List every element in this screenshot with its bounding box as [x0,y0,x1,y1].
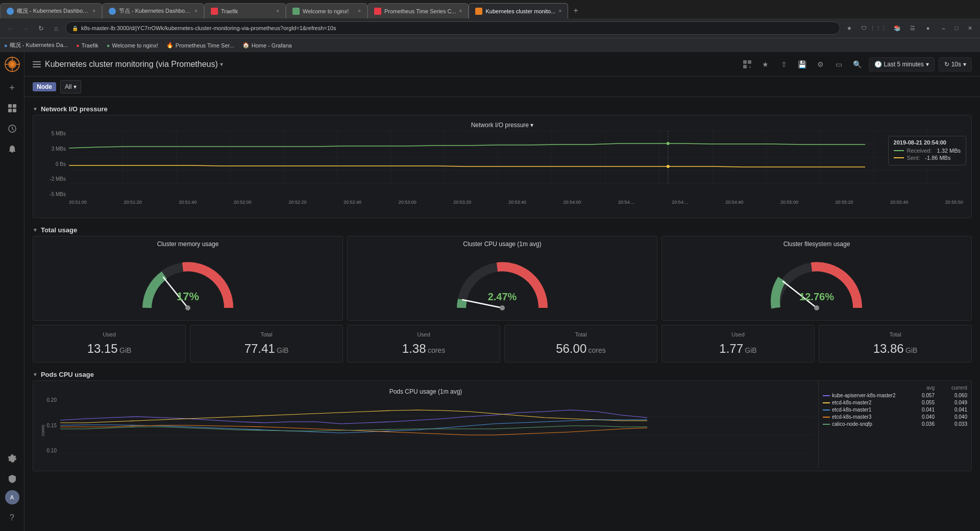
y-label-neg5mbs: -5 MBs [50,191,66,197]
tab-4-close[interactable]: × [358,8,361,14]
refresh-button[interactable]: ↻ 10s ▾ [939,57,972,71]
tooltip-sent-value: -1.86 MBs [925,155,950,161]
legend-row-4[interactable]: calico-node-snqfp 0.036 0.033 [823,421,967,427]
menu-button[interactable]: ⋮⋮⋮ [872,22,884,34]
bookmark-3[interactable]: ● Welcome to nginx! [107,42,158,49]
cpu-gauge-resize[interactable] [352,313,653,316]
sidebar-toggle[interactable]: ☰ [906,22,919,34]
y-label-5mbs: 5 MBs [52,131,66,136]
tab-6[interactable]: Kubernetes cluster monito... × [469,3,568,18]
legend-label-4: calico-node-snqfp [832,421,872,427]
star-button[interactable]: ★ [758,57,773,71]
total-usage-row: Cluster memory usage [33,236,972,321]
x-label-1: 20:51:00 [69,200,87,205]
back-button[interactable]: ← [4,22,16,34]
settings-button[interactable]: ⚙ [814,57,828,71]
tab-5-close[interactable]: × [459,8,462,14]
sidebar-item-settings[interactable] [3,449,21,468]
tab-2-close[interactable]: × [194,8,198,14]
svg-rect-12 [743,60,747,64]
network-section-header[interactable]: ▼ Network I/O pressure [33,101,972,115]
grafana-logo[interactable] [4,56,20,73]
bookmark-2[interactable]: ● Traefik [76,42,99,49]
tab-2[interactable]: 节点 - Kubernetes Dashboa... × [102,3,204,18]
pods-panel-resize[interactable] [33,468,971,471]
bookmarks-button[interactable]: ★ [843,22,855,34]
legend-label-1: etcd-k8s-master2 [832,400,871,405]
memory-used-unit: GiB [119,346,131,354]
total-usage-section-header[interactable]: ▼ Total usage [33,222,972,236]
user-avatar[interactable]: A [5,490,19,504]
legend-label-2: etcd-k8s-master1 [832,407,871,413]
tab-3-close[interactable]: × [276,8,279,14]
library-button[interactable]: 📚 [891,22,903,34]
x-label-12: 20:54:... [672,200,689,205]
forward-button[interactable]: → [19,22,32,34]
legend-row-2[interactable]: etcd-k8s-master1 0.041 0.041 [823,407,967,413]
close-button[interactable]: ✕ [964,22,976,34]
svg-text:+: + [749,65,751,69]
legend-avg-0: 0.057 [904,393,935,398]
node-filter-dropdown[interactable]: All ▾ [60,80,81,93]
svg-rect-7 [8,104,12,108]
legend-row-3[interactable]: etcd-k8s-master3 0.040 0.040 [823,414,967,420]
new-tab-button[interactable]: + [568,3,583,18]
svg-point-45 [814,305,819,310]
legend-row-0[interactable]: kube-apiserver-k8s-master2 0.057 0.060 [823,393,967,398]
tab-5[interactable]: Prometheus Time Series C... × [368,3,469,18]
main-content: Kubernetes cluster monitoring (via Prome… [24,52,980,531]
legend-current-4: 0.033 [937,421,967,427]
sent-line [69,165,865,167]
memory-gauge-resize[interactable] [37,313,338,316]
time-range-button[interactable]: 🕑 Last 5 minutes ▾ [869,57,935,71]
save-button[interactable]: 💾 [795,57,810,71]
bookmark-1[interactable]: ● 概况 - Kubernetes Da... [4,41,68,49]
minimize-button[interactable]: ‒ [937,22,949,34]
x-label-2: 20:51:20 [124,200,142,205]
hamburger-menu[interactable] [33,60,41,68]
sidebar-item-help[interactable]: ? [3,509,21,527]
svg-point-42 [500,305,505,310]
pods-section-header[interactable]: ▼ Pods CPU usage [33,367,972,380]
memory-total-panel: Total 77.41 GiB [190,325,343,363]
address-bar[interactable]: 🔒 k8s-master-lb:3000/d/jYC7rrOWk/kuberne… [65,21,840,35]
tab-4[interactable]: Welcome to nginx! × [286,3,368,18]
x-label-6: 20:52:40 [344,200,361,205]
cpu-used-panel: Used 1.38 cores [347,325,500,363]
maximize-button[interactable]: □ [950,22,963,34]
filesystem-gauge-resize[interactable] [666,313,967,316]
legend-row-1[interactable]: etcd-k8s-master2 0.055 0.049 [823,400,967,405]
legend-name-4: calico-node-snqfp [823,421,902,427]
sidebar-item-dashboards[interactable] [3,99,21,117]
address-text: k8s-master-lb:3000/d/jYC7rrOWk/kubernete… [81,25,834,31]
tab-1[interactable]: 概况 - Kubernetes Dashboa... × [0,3,102,18]
tv-mode-button[interactable]: ▭ [832,57,846,71]
tab-1-close[interactable]: × [92,8,95,14]
tab-6-close[interactable]: × [558,8,561,14]
sidebar-item-alerts[interactable] [3,140,21,158]
dashboard-title-caret: ▾ [220,61,223,68]
add-panel-button[interactable]: + [740,57,754,71]
cpu-used-unit: cores [428,346,445,354]
reload-button[interactable]: ↻ [35,22,47,34]
bookmark-5-favicon: 🏠 [242,42,250,49]
fs-total-number: 13.86 [873,342,904,355]
sidebar-item-explore[interactable] [3,119,21,138]
tab-3[interactable]: Traefik × [204,3,286,18]
x-label-7: 20:53:00 [399,200,416,205]
bookmark-4[interactable]: 🔥 Prometheus Time Ser... [166,42,234,49]
home-button[interactable]: ⌂ [50,22,62,34]
memory-total-unit: GiB [277,346,288,354]
legend-label-0: kube-apiserver-k8s-master2 [832,393,896,398]
network-panel-resize[interactable] [33,214,971,218]
sync-button[interactable]: ● [922,22,934,34]
bookmark-5[interactable]: 🏠 Home - Grafana [242,42,292,49]
memory-gauge-title: Cluster memory usage [37,240,338,248]
sidebar-item-shield[interactable] [3,470,21,488]
sidebar-item-create[interactable]: + [3,79,21,97]
shield-button[interactable]: 🛡 [857,22,870,34]
search-button[interactable]: 🔍 [850,57,865,71]
pods-y-label-0.15: 0.15 [47,423,57,428]
share-button[interactable]: ⇧ [777,57,791,71]
pods-y-axis-label: cores [40,425,45,436]
